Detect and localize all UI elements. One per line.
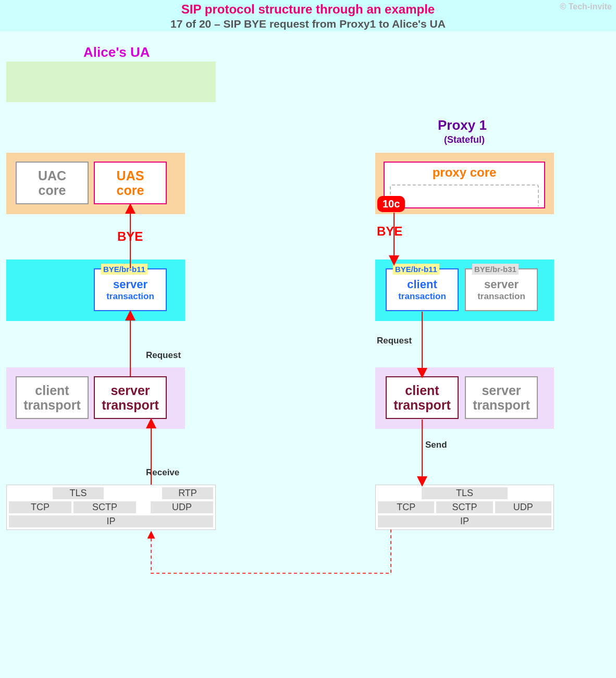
r-client-transport-l1: client	[387, 383, 458, 398]
page-subtitle: 17 of 20 – SIP BYE request from Proxy1 t…	[0, 17, 616, 30]
left-title: Alice's UA	[83, 44, 150, 60]
stack-ip: IP	[9, 515, 213, 527]
right-title-sub: (Stateful)	[444, 134, 485, 145]
server-txn-r-l1: server	[466, 278, 537, 291]
r-server-transport-l1: server	[466, 383, 537, 398]
stack-sctp: SCTP	[73, 501, 136, 513]
server-txn-l2: transaction	[95, 291, 166, 302]
right-bye-label: BYE	[377, 224, 402, 239]
r-stack-sctp: SCTP	[436, 501, 492, 513]
left-server-transport: server transport	[94, 376, 167, 419]
server-transport-l1: server	[95, 383, 166, 398]
uac-core-l2: core	[17, 183, 88, 198]
left-txn-tag: BYE/br-b11	[101, 264, 147, 275]
stack-udp: UDP	[151, 501, 213, 513]
dashed-inner-box	[390, 184, 539, 206]
right-client-transport: client transport	[386, 376, 459, 419]
right-send-label: Send	[425, 440, 447, 450]
right-client-txn-tag: BYE/br-b11	[393, 264, 439, 275]
client-transport-l2: transport	[17, 398, 88, 412]
right-request-label: Request	[377, 336, 412, 346]
r-stack-tcp: TCP	[378, 501, 434, 513]
header: SIP protocol structure through an exampl…	[0, 0, 616, 31]
right-proxy-core: proxy core	[384, 162, 545, 208]
proxy-core-label: proxy core	[385, 163, 544, 179]
right-protocol-stack: TLS TCP SCTP UDP IP	[375, 485, 554, 530]
uas-core-l2: core	[95, 183, 166, 198]
r-stack-udp: UDP	[495, 501, 551, 513]
r-stack-ip: IP	[378, 515, 551, 527]
left-uas-core: UAS core	[94, 162, 167, 204]
left-server-txn: server transaction	[94, 268, 167, 311]
left-green-box	[6, 61, 216, 102]
stack-tls: TLS	[53, 487, 104, 499]
right-server-txn-tag: BYE/br-b31	[472, 264, 519, 275]
page-title: SIP protocol structure through an exampl…	[0, 0, 616, 17]
stack-tcp: TCP	[9, 501, 71, 513]
server-txn-r-l2: transaction	[466, 291, 537, 302]
left-request-label: Request	[146, 350, 181, 361]
right-server-txn: server transaction	[465, 268, 538, 311]
client-txn-l1: client	[387, 278, 458, 291]
client-txn-l2: transaction	[387, 291, 458, 302]
stack-rtp: RTP	[162, 487, 213, 499]
client-transport-l1: client	[17, 383, 88, 398]
step-badge-10c: 10c	[377, 196, 405, 212]
right-title: Proxy 1	[438, 117, 487, 133]
r-stack-tls: TLS	[422, 487, 508, 499]
copyright: © Tech-invite	[560, 2, 612, 11]
left-client-transport: client transport	[16, 376, 89, 419]
server-txn-l1: server	[95, 278, 166, 291]
right-client-txn: client transaction	[386, 268, 459, 311]
uas-core-l1: UAS	[95, 168, 166, 183]
r-server-transport-l2: transport	[466, 398, 537, 412]
server-transport-l2: transport	[95, 398, 166, 412]
r-client-transport-l2: transport	[387, 398, 458, 412]
right-server-transport: server transport	[465, 376, 538, 419]
left-protocol-stack: TLS RTP TCP SCTP UDP IP	[6, 485, 216, 530]
left-bye-label: BYE	[117, 229, 143, 244]
left-receive-label: Receive	[146, 467, 179, 478]
uac-core-l1: UAC	[17, 168, 88, 183]
left-uac-core: UAC core	[16, 162, 89, 204]
